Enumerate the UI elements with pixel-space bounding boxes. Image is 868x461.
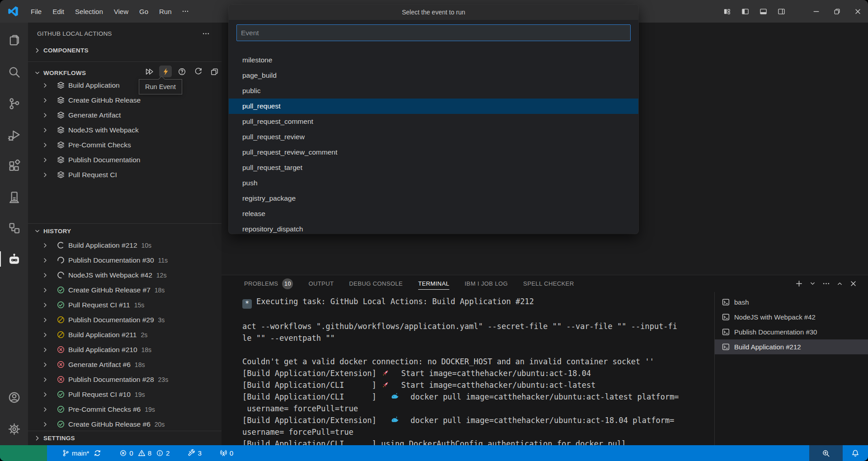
menu-edit[interactable]: Edit: [47, 5, 70, 18]
explorer-icon[interactable]: [0, 30, 28, 50]
close-button[interactable]: [847, 0, 868, 23]
toggle-panel-icon[interactable]: [754, 0, 772, 23]
github-local-actions-icon[interactable]: [0, 249, 28, 269]
help-icon[interactable]: [175, 66, 188, 77]
toggle-sidebar-icon[interactable]: [736, 0, 754, 23]
history-item[interactable]: Publish Documentation #2823s: [28, 372, 222, 387]
new-terminal-icon[interactable]: [792, 277, 806, 291]
event-input[interactable]: [236, 24, 631, 41]
terminal-line: [Build Application/CLI ] using DockerAut…: [242, 438, 714, 446]
history-item[interactable]: Pull Request CI #1019s: [28, 387, 222, 402]
section-components[interactable]: COMPONENTS: [28, 44, 222, 56]
workflow-item[interactable]: Generate Artifact: [28, 108, 222, 122]
extensions-icon[interactable]: [0, 156, 28, 176]
menu-more-icon[interactable]: [177, 5, 193, 18]
tab-spell-checker[interactable]: SPELL CHECKER: [523, 275, 574, 292]
workflow-item[interactable]: Publish Documentation: [28, 152, 222, 167]
quickpick-item-registry_package[interactable]: registry_package: [229, 191, 638, 206]
notifications-item[interactable]: [843, 445, 868, 461]
quickpick-item-page_build[interactable]: page_build: [229, 68, 638, 83]
quickpick-item-pull_request_comment[interactable]: pull_request_comment: [229, 114, 638, 129]
sidebar-title: GITHUB LOCAL ACTIONS: [37, 30, 112, 37]
problems-item[interactable]: 0 8 2: [116, 445, 173, 461]
history-item[interactable]: Build Application #21018s: [28, 342, 222, 357]
quickpick-item-release[interactable]: release: [229, 206, 638, 221]
history-item[interactable]: Generate Artifact #618s: [28, 357, 222, 372]
whale-emoji: [391, 416, 401, 424]
chevron-right-icon: [42, 376, 49, 383]
sidebar: GITHUB LOCAL ACTIONS COMPONENTS WORKFLOW…: [28, 23, 222, 445]
remote-explorer-icon[interactable]: [0, 187, 28, 207]
quickpick-item-pull_request_review[interactable]: pull_request_review: [229, 129, 638, 145]
workflow-label: Build Application: [68, 81, 120, 89]
refresh-icon[interactable]: [192, 66, 204, 77]
history-item[interactable]: Create GitHub Release #620s: [28, 417, 222, 432]
workflow-item[interactable]: Build Application: [28, 78, 222, 93]
settings-gear-icon[interactable]: [0, 419, 28, 439]
history-item[interactable]: Build Application #2112s: [28, 327, 222, 342]
quickpick-item-label: page_build: [242, 71, 277, 80]
search-icon[interactable]: [0, 62, 28, 82]
tab-terminal[interactable]: TERMINAL: [418, 275, 449, 292]
section-divider: [28, 431, 222, 431]
toggle-secondary-sidebar-icon[interactable]: [772, 0, 790, 23]
workflow-item[interactable]: NodeJS with Webpack: [28, 122, 222, 137]
references-icon[interactable]: [0, 218, 28, 238]
quickpick-item-pull_request_target[interactable]: pull_request_target: [229, 160, 638, 175]
quickpick-item-pull_request[interactable]: pull_request: [229, 99, 638, 114]
workflow-item[interactable]: Create GitHub Release: [28, 93, 222, 108]
tab-ibm-i-job-log[interactable]: IBM I JOB LOG: [465, 275, 508, 292]
quickpick-item-label: push: [242, 179, 258, 187]
maximize-panel-icon[interactable]: [833, 277, 846, 291]
run-debug-icon[interactable]: [0, 125, 28, 145]
workflow-label: Pre-Commit Checks: [68, 141, 131, 149]
history-label: Pull Request CI #11: [68, 301, 130, 309]
account-icon[interactable]: [0, 387, 28, 407]
remote-indicator[interactable]: [0, 445, 47, 461]
terminal-tab[interactable]: Publish Documentation #30: [715, 325, 868, 339]
terminal-dropdown-icon[interactable]: [806, 277, 819, 291]
source-control-icon[interactable]: [0, 94, 28, 113]
customize-layout-icon[interactable]: [718, 0, 736, 23]
run-all-icon[interactable]: [143, 66, 156, 77]
tab-problems[interactable]: PROBLEMS10: [244, 275, 293, 292]
minimize-button[interactable]: [806, 0, 826, 23]
menu-selection[interactable]: Selection: [70, 5, 108, 18]
quickpick-item-repository_dispatch[interactable]: repository_dispatch: [229, 221, 638, 234]
menu-run[interactable]: Run: [154, 5, 177, 18]
history-item[interactable]: Publish Documentation #293s: [28, 312, 222, 327]
history-item[interactable]: Pre-Commit Checks #619s: [28, 402, 222, 417]
terminal-output[interactable]: *Executing task: GitHub Local Actions: B…: [222, 292, 714, 445]
tools-item[interactable]: 3: [184, 445, 204, 461]
menu-file[interactable]: File: [25, 5, 47, 18]
quickpick-item-label: pull_request_comment: [242, 118, 313, 126]
zoom-status-item[interactable]: [809, 445, 843, 461]
history-item[interactable]: Create GitHub Release #718s: [28, 282, 222, 297]
panel-more-icon[interactable]: [819, 277, 833, 291]
menu-go[interactable]: Go: [134, 5, 154, 18]
section-settings[interactable]: SETTINGS: [28, 432, 222, 444]
collapse-all-icon[interactable]: [208, 66, 221, 77]
quickpick-item-pull_request_review_comment[interactable]: pull_request_review_comment: [229, 145, 638, 160]
history-item[interactable]: Publish Documentation #3011s: [28, 253, 222, 268]
history-item[interactable]: Build Application #21210s: [28, 238, 222, 253]
tab-debug-console[interactable]: DEBUG CONSOLE: [349, 275, 403, 292]
workflow-item[interactable]: Pre-Commit Checks: [28, 137, 222, 152]
tab-output[interactable]: OUTPUT: [308, 275, 334, 292]
terminal-tab[interactable]: Build Application #212: [715, 339, 868, 354]
section-history[interactable]: HISTORY: [28, 224, 222, 238]
close-panel-icon[interactable]: [846, 277, 860, 291]
quickpick-item-public[interactable]: public: [229, 83, 638, 99]
broadcast-item[interactable]: 0: [217, 445, 236, 461]
quickpick-item-milestone[interactable]: milestone: [229, 52, 638, 68]
sidebar-more-actions-icon[interactable]: [202, 30, 210, 38]
restore-button[interactable]: [826, 0, 847, 23]
terminal-tab[interactable]: NodeJS with Webpack #42: [715, 310, 868, 325]
menu-view[interactable]: View: [108, 5, 134, 18]
quickpick-item-push[interactable]: push: [229, 175, 638, 191]
terminal-tab[interactable]: bash: [715, 295, 868, 310]
workflow-item[interactable]: Pull Request CI: [28, 167, 222, 182]
history-item[interactable]: NodeJS with Webpack #4212s: [28, 268, 222, 282]
history-item[interactable]: Pull Request CI #1115s: [28, 297, 222, 312]
branch-item[interactable]: main*: [59, 445, 104, 461]
